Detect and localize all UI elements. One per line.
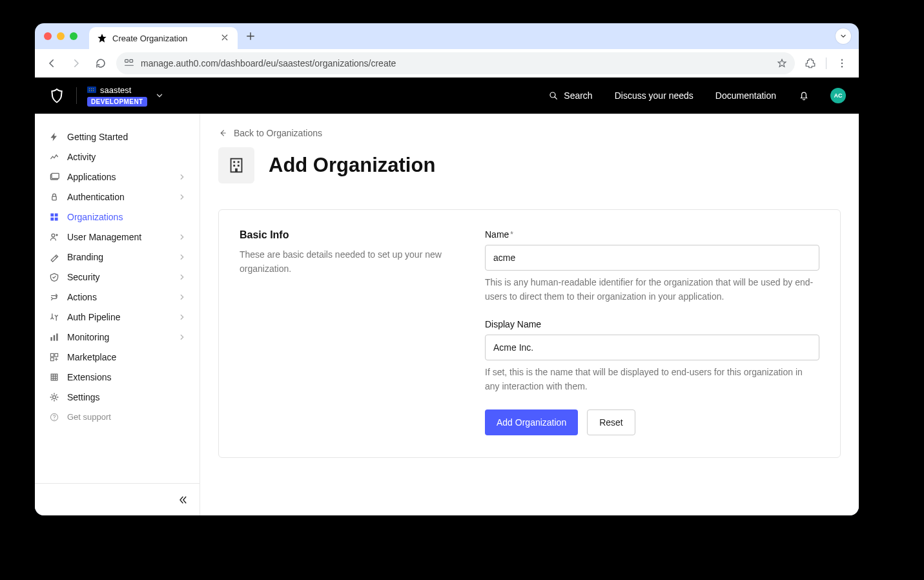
svg-rect-21 xyxy=(51,374,57,380)
svg-rect-7 xyxy=(52,173,59,178)
name-input[interactable] xyxy=(485,245,819,271)
sidebar-item-label: Organizations xyxy=(67,212,123,222)
sidebar-item-label: Marketplace xyxy=(67,352,116,362)
sidebar-item-label: Security xyxy=(67,272,100,282)
chevron-right-icon xyxy=(179,194,185,200)
avatar[interactable]: AC xyxy=(830,88,846,103)
svg-rect-19 xyxy=(55,353,58,357)
sidebar-item-branding[interactable]: Branding xyxy=(41,247,193,267)
svg-rect-30 xyxy=(235,169,238,172)
nav-list: Getting StartedActivityApplicationsAuthe… xyxy=(35,114,200,483)
auth0-logo-icon[interactable] xyxy=(48,87,66,105)
back-to-organizations-link[interactable]: Back to Organizations xyxy=(218,128,322,138)
url-text: manage.auth0.com/dashboard/eu/saastest/o… xyxy=(141,58,396,68)
browser-tab[interactable]: Create Organization xyxy=(89,27,238,49)
toolbar-separator xyxy=(826,57,826,69)
close-tab-icon[interactable] xyxy=(221,34,230,43)
monitoring-icon xyxy=(49,332,59,342)
browser-tabbar: Create Organization xyxy=(35,23,859,49)
app-body: Getting StartedActivityApplicationsAuthe… xyxy=(35,114,859,515)
address-bar[interactable]: manage.auth0.com/dashboard/eu/saastest/o… xyxy=(116,52,795,74)
sidebar-item-monitoring[interactable]: Monitoring xyxy=(41,327,193,347)
svg-rect-27 xyxy=(238,161,240,163)
svg-rect-12 xyxy=(55,217,58,220)
notifications-button[interactable] xyxy=(798,90,810,101)
sidebar-item-label: Extensions xyxy=(67,372,111,382)
collapse-sidebar-button[interactable] xyxy=(35,483,200,515)
discuss-link[interactable]: Discuss your needs xyxy=(615,90,693,101)
extensions-button[interactable] xyxy=(801,54,819,72)
extensions-icon xyxy=(49,372,59,382)
auth0-favicon xyxy=(97,33,107,43)
sidebar-item-activity[interactable]: Activity xyxy=(41,147,193,167)
sidebar-item-actions[interactable]: Actions xyxy=(41,287,193,307)
svg-rect-8 xyxy=(52,196,56,200)
bookmark-icon[interactable] xyxy=(777,58,787,68)
sidebar-item-getting-started[interactable]: Getting Started xyxy=(41,127,193,147)
browser-window: Create Organization manage.auth0.com/d xyxy=(35,23,859,515)
sidebar-item-label: Actions xyxy=(67,292,97,302)
tabs-overflow-button[interactable] xyxy=(836,28,851,44)
sidebar-item-marketplace[interactable]: Marketplace xyxy=(41,347,193,367)
sidebar: Getting StartedActivityApplicationsAuthe… xyxy=(35,114,200,515)
forward-button[interactable] xyxy=(67,54,85,72)
sidebar-item-extensions[interactable]: Extensions xyxy=(41,367,193,387)
tab-title: Create Organization xyxy=(112,34,216,43)
sidebar-item-settings[interactable]: Settings xyxy=(41,387,193,407)
sidebar-item-security[interactable]: Security xyxy=(41,267,193,287)
sidebar-item-label: Monitoring xyxy=(67,332,109,342)
chevron-right-icon xyxy=(179,254,185,260)
help-icon xyxy=(49,412,59,422)
browser-menu-button[interactable] xyxy=(833,54,851,72)
svg-rect-17 xyxy=(56,333,57,340)
sidebar-item-user-management[interactable]: User Management xyxy=(41,227,193,247)
env-badge: DEVELOPMENT xyxy=(87,97,147,107)
svg-rect-9 xyxy=(50,213,54,216)
documentation-link[interactable]: Documentation xyxy=(715,90,776,101)
svg-rect-18 xyxy=(50,353,54,357)
get-support-link[interactable]: Get support xyxy=(41,407,193,427)
minimize-window-button[interactable] xyxy=(57,32,65,40)
sidebar-item-label: Get support xyxy=(67,412,111,422)
svg-rect-1 xyxy=(130,59,133,62)
close-window-button[interactable] xyxy=(44,32,52,40)
new-tab-button[interactable] xyxy=(241,27,260,45)
shield-icon xyxy=(49,272,59,282)
required-asterisk: * xyxy=(510,230,513,239)
chevron-right-icon xyxy=(179,294,185,300)
activity-icon xyxy=(49,152,59,162)
app-root: saastest DEVELOPMENT Search Discuss your… xyxy=(35,78,859,515)
chevron-right-icon xyxy=(179,274,185,280)
chevron-right-icon xyxy=(179,314,185,320)
svg-point-14 xyxy=(56,234,57,236)
name-label: Name xyxy=(485,229,509,240)
reload-button[interactable] xyxy=(92,54,110,72)
sidebar-item-label: Authentication xyxy=(67,192,125,202)
maximize-window-button[interactable] xyxy=(70,32,77,40)
actions-icon xyxy=(49,292,59,302)
site-settings-icon[interactable] xyxy=(124,58,134,68)
back-button[interactable] xyxy=(43,54,61,72)
name-help-text: This is any human-readable identifier fo… xyxy=(485,276,819,304)
sidebar-item-auth-pipeline[interactable]: Auth Pipeline xyxy=(41,307,193,327)
app-header: saastest DEVELOPMENT Search Discuss your… xyxy=(35,78,859,114)
add-organization-button[interactable]: Add Organization xyxy=(485,409,578,435)
svg-point-3 xyxy=(841,63,843,64)
sidebar-item-applications[interactable]: Applications xyxy=(41,167,193,187)
tenant-switcher[interactable]: saastest DEVELOPMENT xyxy=(87,85,164,107)
sidebar-item-label: Auth Pipeline xyxy=(67,312,121,322)
section-title: Basic Info xyxy=(240,229,459,241)
bolt-icon xyxy=(49,132,59,142)
search-label: Search xyxy=(564,90,592,101)
svg-rect-26 xyxy=(233,161,235,163)
search-button[interactable]: Search xyxy=(548,90,592,101)
display-name-input[interactable] xyxy=(485,335,819,360)
sidebar-item-label: Getting Started xyxy=(67,132,128,142)
svg-point-24 xyxy=(54,419,54,419)
section-description: These are basic details needed to set up… xyxy=(240,247,459,276)
lock-icon xyxy=(49,192,59,202)
sidebar-item-organizations[interactable]: Organizations xyxy=(41,207,193,227)
sidebar-item-authentication[interactable]: Authentication xyxy=(41,187,193,207)
reset-button[interactable]: Reset xyxy=(587,409,635,435)
chevron-right-icon xyxy=(179,234,185,240)
